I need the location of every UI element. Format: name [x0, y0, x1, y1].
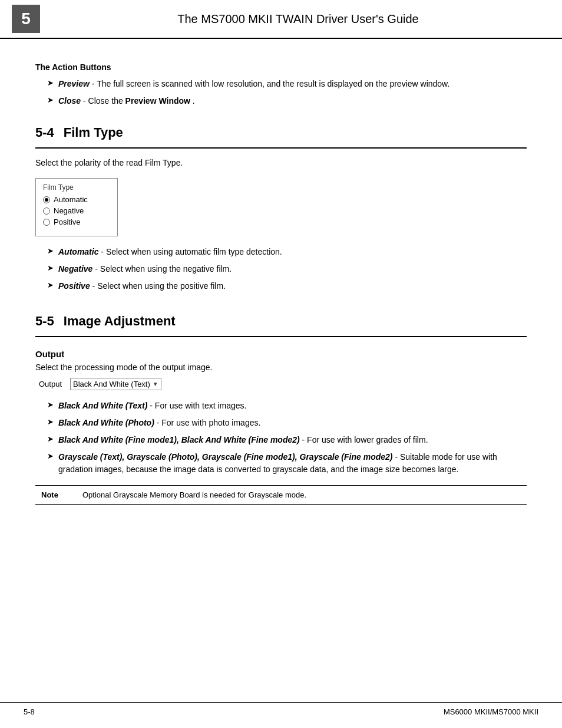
film-type-section-header: 5-4 Film Type [35, 125, 527, 140]
note-box: Note Optional Grayscale Memory Board is … [35, 485, 527, 505]
bullet-arrow-icon: ➤ [47, 78, 54, 87]
film-type-intro: Select the polarity of the read Film Typ… [35, 158, 527, 167]
bullet-text: Preview - The full screen is scanned wit… [58, 78, 449, 90]
bullet-arrow-icon: ➤ [47, 417, 54, 426]
action-buttons-section: The Action Buttons ➤ Preview - The full … [35, 62, 527, 107]
main-content: The Action Buttons ➤ Preview - The full … [0, 39, 562, 552]
positive-radio-row[interactable]: Positive [43, 218, 105, 226]
bullet-arrow-icon: ➤ [47, 95, 54, 104]
bullet-arrow-icon: ➤ [47, 281, 54, 289]
positive-bold: Positive [58, 281, 90, 291]
bullet-text: Negative - Select when using the negativ… [58, 263, 232, 275]
preview-label: Preview [58, 79, 90, 88]
output-select-value: Black And White (Text) [73, 380, 150, 388]
bullet-arrow-icon: ➤ [47, 452, 54, 460]
list-item: ➤ Black And White (Fine mode1), Black An… [35, 434, 527, 446]
film-type-box: Film Type Automatic Negative Positive [35, 178, 118, 236]
bullet-arrow-icon: ➤ [47, 263, 54, 272]
image-adjustment-section-header: 5-5 Image Adjustment [35, 314, 527, 329]
negative-radio[interactable] [43, 207, 50, 215]
note-label: Note [41, 490, 71, 499]
bullet-arrow-icon: ➤ [47, 246, 54, 255]
page-footer: 5-8 MS6000 MKII/MS7000 MKII [0, 702, 562, 716]
preview-description: - The full screen is scanned with low re… [92, 79, 450, 88]
baw-fine-desc: - For use with lower grades of film. [302, 435, 428, 444]
dropdown-arrow-icon: ▼ [153, 381, 158, 387]
output-select[interactable]: Black And White (Text) ▼ [70, 378, 161, 390]
baw-photo-desc: - For use with photo images. [157, 418, 261, 427]
baw-text-bold: Black And White (Text) [58, 401, 147, 410]
list-item: ➤ Grayscale (Text), Grayscale (Photo), G… [35, 451, 527, 476]
negative-desc: - Select when using the negative film. [95, 264, 232, 274]
preview-window-label: Preview Window [125, 96, 190, 106]
baw-text-desc: - For use with text images. [150, 401, 246, 410]
negative-label: Negative [54, 206, 84, 215]
output-label: Output [35, 378, 65, 390]
section-divider [35, 147, 527, 149]
film-type-box-label: Film Type [43, 183, 105, 192]
list-item: ➤ Black And White (Text) - For use with … [35, 400, 527, 412]
list-item: ➤ Automatic - Select when using automati… [35, 246, 527, 258]
output-intro: Select the processing mode of the output… [35, 363, 527, 372]
bullet-text: Black And White (Photo) - For use with p… [58, 417, 260, 429]
section-divider [35, 336, 527, 337]
page-header: 5 The MS7000 MKII TWAIN Driver User's Gu… [0, 0, 562, 39]
header-title: The MS7000 MKII TWAIN Driver User's Guid… [58, 12, 538, 26]
positive-label: Positive [54, 218, 81, 226]
note-text: Optional Grayscale Memory Board is neede… [82, 490, 306, 499]
bullet-text: Close - Close the Preview Window . [58, 95, 195, 107]
output-subsection-title: Output [35, 349, 527, 359]
baw-fine-bold: Black And White (Fine mode1), Black And … [58, 435, 300, 444]
list-item: ➤ Preview - The full screen is scanned w… [35, 78, 527, 90]
list-item: ➤ Black And White (Photo) - For use with… [35, 417, 527, 429]
bullet-text: Black And White (Fine mode1), Black And … [58, 434, 428, 446]
action-buttons-title: The Action Buttons [35, 62, 527, 72]
section-number: 5-4 [35, 125, 54, 140]
negative-radio-row[interactable]: Negative [43, 206, 105, 215]
positive-radio[interactable] [43, 219, 50, 226]
bullet-text: Grayscale (Text), Grayscale (Photo), Gra… [58, 451, 527, 476]
footer-left: 5-8 [24, 707, 35, 716]
list-item: ➤ Negative - Select when using the negat… [35, 263, 527, 275]
section-title: Film Type [64, 125, 123, 140]
baw-photo-bold: Black And White (Photo) [58, 418, 154, 427]
close-label: Close [58, 96, 81, 106]
chapter-badge: 5 [12, 5, 40, 33]
automatic-desc: - Select when using automatic film type … [101, 247, 282, 256]
automatic-label: Automatic [54, 195, 88, 204]
bullet-arrow-icon: ➤ [47, 400, 54, 409]
bullet-text: Automatic - Select when using automatic … [58, 246, 282, 258]
bullet-text: Positive - Select when using the positiv… [58, 280, 226, 292]
automatic-radio-row[interactable]: Automatic [43, 195, 105, 204]
bullet-text: Black And White (Text) - For use with te… [58, 400, 246, 412]
section-number: 5-5 [35, 314, 54, 329]
automatic-bold: Automatic [58, 247, 98, 256]
footer-right: MS6000 MKII/MS7000 MKII [444, 707, 538, 716]
list-item: ➤ Positive - Select when using the posit… [35, 280, 527, 292]
positive-desc: - Select when using the positive film. [92, 281, 226, 291]
section-title: Image Adjustment [64, 314, 176, 329]
close-description: - Close the [83, 96, 125, 106]
automatic-radio[interactable] [43, 196, 50, 203]
output-row: Output Black And White (Text) ▼ [35, 378, 527, 390]
grayscale-bold: Grayscale (Text), Grayscale (Photo), Gra… [58, 452, 392, 462]
negative-bold: Negative [58, 264, 92, 274]
list-item: ➤ Close - Close the Preview Window . [35, 95, 527, 107]
bullet-arrow-icon: ➤ [47, 434, 54, 443]
